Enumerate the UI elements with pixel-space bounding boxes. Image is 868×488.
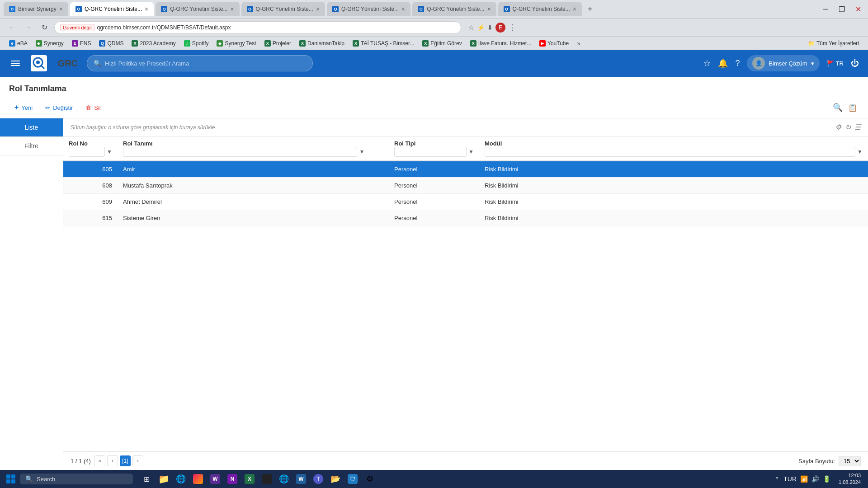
- prev-prev-page-button[interactable]: «: [94, 455, 105, 466]
- columns-icon[interactable]: ☰: [854, 123, 861, 131]
- star-icon[interactable]: ☆: [468, 24, 474, 31]
- sidebar-filter-button[interactable]: Filtre: [0, 137, 63, 155]
- battery-icon[interactable]: 🔋: [822, 474, 831, 483]
- bookmark-danisman[interactable]: X DanismanTakip: [296, 39, 348, 48]
- system-clock[interactable]: 12:03 1.08.2024: [835, 472, 864, 486]
- taskbar-folder[interactable]: 📂: [327, 471, 344, 487]
- filter-btn-modul[interactable]: ▼: [857, 149, 863, 155]
- taskbar-task-view[interactable]: ⊞: [138, 471, 155, 487]
- table-row[interactable]: 605AmirPersonelRisk Bildirimi: [63, 161, 868, 178]
- bookmark-eba[interactable]: e eBA: [5, 39, 31, 48]
- toolbar-export-button[interactable]: 📋: [846, 102, 859, 114]
- taskbar-app-2[interactable]: W: [207, 471, 223, 487]
- hamburger-menu[interactable]: [9, 59, 22, 68]
- bookmark-projeler[interactable]: X Projeler: [261, 39, 295, 48]
- table-row[interactable]: 615Sisteme GirenPersonelRisk Bildirimi: [63, 210, 868, 226]
- filter-input-rol-no[interactable]: [69, 147, 105, 157]
- bookmark-synergy-test[interactable]: ◆ Synergy Test: [213, 39, 259, 48]
- bookmark-academy[interactable]: X 2023 Academy: [128, 39, 179, 48]
- tab-close-qgrc6[interactable]: ×: [573, 5, 576, 13]
- language-selector[interactable]: 🚩 TR: [827, 60, 844, 67]
- refresh-icon[interactable]: ↻: [845, 123, 851, 131]
- back-button[interactable]: ←: [5, 21, 18, 34]
- bookmark-qdms[interactable]: Q QDMS: [95, 39, 127, 48]
- app-search-bar[interactable]: 🔍: [87, 55, 313, 71]
- tab-qgrc-2[interactable]: Q Q-GRC Yönetim Siste... ×: [156, 2, 239, 16]
- taskbar-search[interactable]: 🔍 Search: [20, 474, 133, 484]
- bookmark-tai[interactable]: X TAİ TUSAŞ - Bimser...: [349, 39, 418, 48]
- bookmark-ilave[interactable]: X İlave Fatura. Hizmet...: [467, 39, 535, 48]
- taskbar-teams[interactable]: T: [310, 471, 326, 487]
- filter-btn-rol-tanim[interactable]: ▼: [359, 149, 364, 155]
- tab-close-bimser[interactable]: ×: [59, 5, 63, 13]
- taskbar-settings[interactable]: ⚙: [362, 471, 378, 487]
- tab-close-qgrc4[interactable]: ×: [401, 5, 405, 13]
- tab-close-qgrc5[interactable]: ×: [487, 5, 491, 13]
- forward-button[interactable]: →: [22, 21, 34, 34]
- edit-button[interactable]: ✏ Değiştir: [40, 102, 78, 114]
- prev-page-button[interactable]: ‹: [107, 455, 118, 466]
- page-size-select[interactable]: 15 25 50: [839, 456, 861, 466]
- tab-close-qgrc3[interactable]: ×: [316, 5, 320, 13]
- filter-input-modul[interactable]: [485, 147, 855, 157]
- bookmark-ens[interactable]: E ENS: [68, 39, 95, 48]
- filter-settings-icon[interactable]: ⚙: [835, 123, 841, 131]
- toolbar-search-button[interactable]: 🔍: [831, 101, 844, 114]
- star-header-icon[interactable]: ☆: [703, 58, 711, 68]
- page-1-button[interactable]: [1]: [120, 455, 131, 466]
- profile-icon[interactable]: E: [495, 23, 505, 33]
- taskbar-security[interactable]: 🛡: [344, 471, 361, 487]
- bookmark-synergy[interactable]: ◆ Synergy: [32, 39, 67, 48]
- power-button[interactable]: ⏻: [851, 59, 859, 68]
- menu-icon[interactable]: ⋮: [508, 23, 516, 33]
- filter-input-rol-tanim[interactable]: [123, 147, 357, 157]
- taskbar-app-1[interactable]: [190, 471, 206, 487]
- reload-button[interactable]: ↻: [38, 21, 51, 34]
- close-button[interactable]: ✕: [852, 3, 864, 15]
- next-page-button[interactable]: ›: [132, 455, 143, 466]
- delete-button[interactable]: 🗑 Sil: [80, 102, 106, 114]
- taskbar-chrome[interactable]: 🌐: [173, 471, 189, 487]
- sidebar-list-button[interactable]: Liste: [0, 118, 63, 137]
- download-icon[interactable]: ⬇: [487, 24, 493, 31]
- address-bar[interactable]: Güvenli değil qgrcdemo.bimser.com.tr/QDM…: [54, 21, 461, 34]
- bookmark-spotify[interactable]: ♪ Spotify: [180, 39, 212, 48]
- taskbar-app-black[interactable]: [259, 471, 275, 487]
- app-logo[interactable]: QGRC: [31, 55, 78, 71]
- table-row[interactable]: 609Ahmet DemirelPersonelRisk Bildirimi: [63, 194, 868, 210]
- chevron-up-icon[interactable]: ^: [775, 475, 779, 483]
- bookmark-egitim[interactable]: X Eğitim Görev: [419, 39, 465, 48]
- taskbar-word[interactable]: W: [293, 471, 309, 487]
- new-button[interactable]: + Yeni: [9, 101, 38, 114]
- table-row[interactable]: 608Mustafa SarıtoprakPersonelRisk Bildir…: [63, 178, 868, 194]
- tab-close-qgrc1[interactable]: ×: [145, 5, 148, 13]
- tab-qgrc-5[interactable]: Q Q-GRC Yönetim Siste... ×: [412, 2, 496, 16]
- bookmarks-more-button[interactable]: »: [573, 38, 584, 48]
- tab-qgrc-4[interactable]: Q Q-GRC Yönetim Siste... ×: [327, 2, 410, 16]
- tab-bimser-synergy[interactable]: B Bimser Synergy ×: [4, 2, 68, 16]
- help-icon[interactable]: ?: [735, 59, 740, 68]
- volume-icon[interactable]: 🔊: [811, 474, 820, 483]
- search-input-header[interactable]: [105, 60, 306, 67]
- tab-qgrc-3[interactable]: Q Q-GRC Yönetim Siste... ×: [241, 2, 325, 16]
- extension-icon[interactable]: ⚡: [477, 24, 485, 31]
- restore-button[interactable]: ❐: [835, 3, 848, 15]
- taskbar-onenote[interactable]: N: [224, 471, 241, 487]
- tab-close-qgrc2[interactable]: ×: [230, 5, 234, 13]
- new-tab-button[interactable]: +: [584, 3, 596, 15]
- wifi-icon[interactable]: 📶: [799, 474, 809, 483]
- user-menu-button[interactable]: 👤 Bimser Çözüm ▾: [747, 55, 819, 71]
- bookmark-youtube[interactable]: ▶ YouTube: [536, 39, 572, 48]
- taskbar-file-explorer[interactable]: 📁: [156, 471, 172, 487]
- start-button[interactable]: [4, 472, 18, 486]
- tab-qgrc-6[interactable]: Q Q-GRC Yönetim Siste... ×: [498, 2, 582, 16]
- minimize-button[interactable]: ─: [819, 3, 832, 15]
- taskbar-chrome-2[interactable]: 🌐: [276, 471, 292, 487]
- filter-input-rol-tipi[interactable]: [394, 147, 467, 157]
- filter-btn-rol-no[interactable]: ▼: [107, 149, 112, 155]
- bookmarks-folder[interactable]: 📁 Tüm Yer İşaretleri: [804, 39, 863, 48]
- tab-qgrc-active[interactable]: Q Q-GRC Yönetim Siste... ×: [70, 2, 154, 16]
- notification-icon[interactable]: 🔔: [718, 58, 728, 68]
- filter-btn-rol-tipi[interactable]: ▼: [468, 149, 474, 155]
- taskbar-excel[interactable]: X: [241, 471, 258, 487]
